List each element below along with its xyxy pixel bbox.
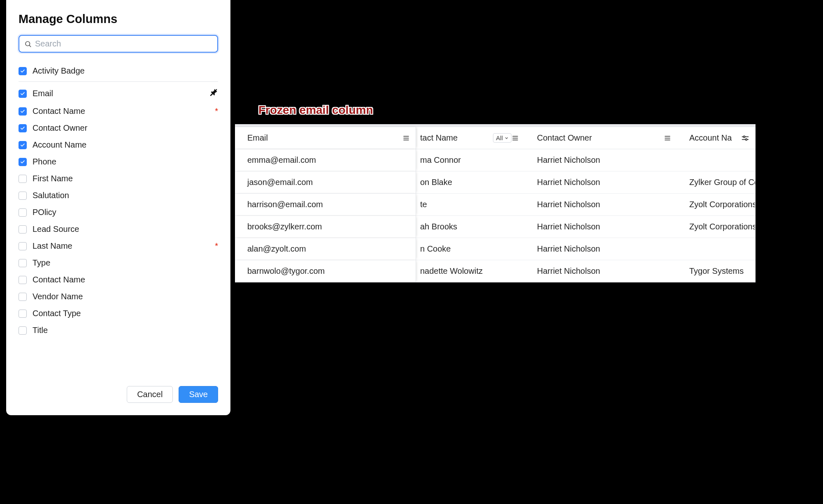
column-header-label: Email — [247, 133, 402, 143]
cell-email: emma@email.com — [235, 149, 416, 171]
column-option[interactable]: Type — [19, 254, 218, 271]
column-option-label: Contact Type — [33, 309, 218, 318]
column-option-label: Title — [33, 326, 218, 335]
table-row[interactable]: brooks@zylkerr.comah BrooksHarriet Nicho… — [235, 216, 756, 238]
column-option-label: Contact Name — [33, 106, 213, 116]
cell-account-name: Zylker Group of Co — [677, 171, 755, 193]
table-header-row: Email tact Name All Contact Owner Accoun… — [235, 127, 756, 149]
column-header-email[interactable]: Email — [235, 127, 416, 149]
cell-contact-name: ah Brooks — [416, 216, 525, 238]
cell-email: alan@zyolt.com — [235, 238, 416, 260]
column-option-label: Contact Owner — [33, 123, 218, 133]
filter-pill-all[interactable]: All — [493, 133, 511, 143]
required-indicator: * — [215, 241, 218, 251]
search-input[interactable] — [35, 39, 212, 49]
column-header-label: tact Name — [420, 133, 489, 143]
cell-account-name — [677, 149, 755, 171]
checkbox[interactable] — [19, 326, 27, 335]
checkbox[interactable] — [19, 175, 27, 183]
checkbox[interactable] — [19, 90, 27, 98]
column-option[interactable]: Last Name* — [19, 238, 218, 254]
unpin-icon[interactable] — [209, 88, 218, 99]
column-option[interactable]: POlicy — [19, 204, 218, 221]
column-menu-icon[interactable] — [402, 134, 410, 142]
svg-point-13 — [744, 136, 745, 137]
cell-contact-owner: Harriet Nicholson — [525, 171, 677, 193]
required-indicator: * — [215, 106, 218, 116]
checkbox[interactable] — [19, 158, 27, 166]
column-option[interactable]: Activity Badge — [19, 62, 218, 82]
column-option-label: Last Name — [33, 241, 213, 251]
table-row[interactable]: barnwolo@tygor.comnadette WolowitzHarrie… — [235, 260, 756, 282]
column-option-label: Salutation — [33, 191, 218, 200]
svg-line-1 — [29, 45, 30, 46]
cell-email: harrison@email.com — [235, 194, 416, 215]
checkbox[interactable] — [19, 208, 27, 217]
checkbox[interactable] — [19, 107, 27, 116]
cell-contact-name: n Cooke — [416, 238, 525, 260]
cell-contact-name: nadette Wolowitz — [416, 260, 525, 282]
column-option[interactable]: Contact Type — [19, 305, 218, 322]
search-icon — [24, 40, 32, 48]
column-option-label: Account Name — [33, 140, 218, 150]
column-option[interactable]: Contact Name* — [19, 103, 218, 120]
column-header-account-name[interactable]: Account Na — [677, 127, 755, 149]
checkbox[interactable] — [19, 192, 27, 200]
column-option[interactable]: Email — [19, 84, 218, 103]
column-option[interactable]: First Name — [19, 170, 218, 187]
cell-account-name: Tygor Systems — [677, 260, 755, 282]
column-option[interactable]: Salutation — [19, 187, 218, 204]
table-row[interactable]: harrison@email.comteHarriet NicholsonZyo… — [235, 194, 756, 216]
settings-toggle-icon[interactable] — [741, 134, 749, 142]
checkbox[interactable] — [19, 259, 27, 267]
column-option[interactable]: Account Name — [19, 136, 218, 153]
column-option[interactable]: Contact Name — [19, 271, 218, 288]
column-option[interactable]: Contact Owner — [19, 120, 218, 136]
cell-contact-name: ma Connor — [416, 149, 525, 171]
column-option[interactable]: Title — [19, 322, 218, 339]
column-option[interactable]: Lead Source — [19, 221, 218, 238]
column-option[interactable]: Vendor Name — [19, 288, 218, 305]
table-body: emma@email.comma ConnorHarriet Nicholson… — [235, 149, 756, 282]
column-header-contact-name[interactable]: tact Name All — [416, 127, 525, 149]
cell-account-name: Zyolt Corporations — [677, 216, 755, 238]
checkbox[interactable] — [19, 141, 27, 149]
cell-contact-owner: Harriet Nicholson — [525, 238, 677, 260]
column-option-label: Lead Source — [33, 224, 218, 234]
manage-columns-panel: Manage Columns Activity BadgeEmailContac… — [6, 0, 230, 415]
cancel-button[interactable]: Cancel — [127, 386, 173, 403]
cell-contact-name: te — [416, 194, 525, 215]
cell-contact-owner: Harriet Nicholson — [525, 194, 677, 215]
cell-account-name: Zyolt Corporations — [677, 194, 755, 215]
column-menu-icon[interactable] — [664, 134, 671, 142]
annotation-frozen-email: Frozen email column — [258, 104, 373, 117]
checkbox[interactable] — [19, 310, 27, 318]
cell-account-name — [677, 238, 755, 260]
cell-contact-owner: Harriet Nicholson — [525, 149, 677, 171]
checkbox[interactable] — [19, 124, 27, 132]
table-row[interactable]: emma@email.comma ConnorHarriet Nicholson — [235, 149, 756, 171]
save-button[interactable]: Save — [179, 386, 218, 403]
checkbox[interactable] — [19, 293, 27, 301]
checkbox[interactable] — [19, 67, 27, 75]
table-row[interactable]: alan@zyolt.comn CookeHarriet Nicholson — [235, 238, 756, 260]
cell-contact-name: on Blake — [416, 171, 525, 193]
column-option-label: Email — [33, 89, 209, 98]
columns-list: Activity BadgeEmailContact Name*Contact … — [19, 62, 218, 339]
column-menu-icon[interactable] — [511, 134, 519, 142]
cell-email: brooks@zylkerr.com — [235, 216, 416, 238]
table-row[interactable]: jason@email.comon BlakeHarriet Nicholson… — [235, 171, 756, 194]
column-option-label: Phone — [33, 157, 218, 166]
search-field-wrap[interactable] — [19, 35, 218, 53]
panel-footer: Cancel Save — [127, 386, 218, 403]
column-option-label: Contact Name — [33, 275, 218, 284]
svg-point-15 — [746, 139, 747, 140]
column-option-label: Activity Badge — [33, 66, 218, 76]
column-header-contact-owner[interactable]: Contact Owner — [525, 127, 677, 149]
column-option-label: POlicy — [33, 208, 218, 217]
checkbox[interactable] — [19, 276, 27, 284]
checkbox[interactable] — [19, 242, 27, 250]
column-option[interactable]: Phone — [19, 153, 218, 170]
checkbox[interactable] — [19, 225, 27, 234]
column-option-label: First Name — [33, 174, 218, 183]
